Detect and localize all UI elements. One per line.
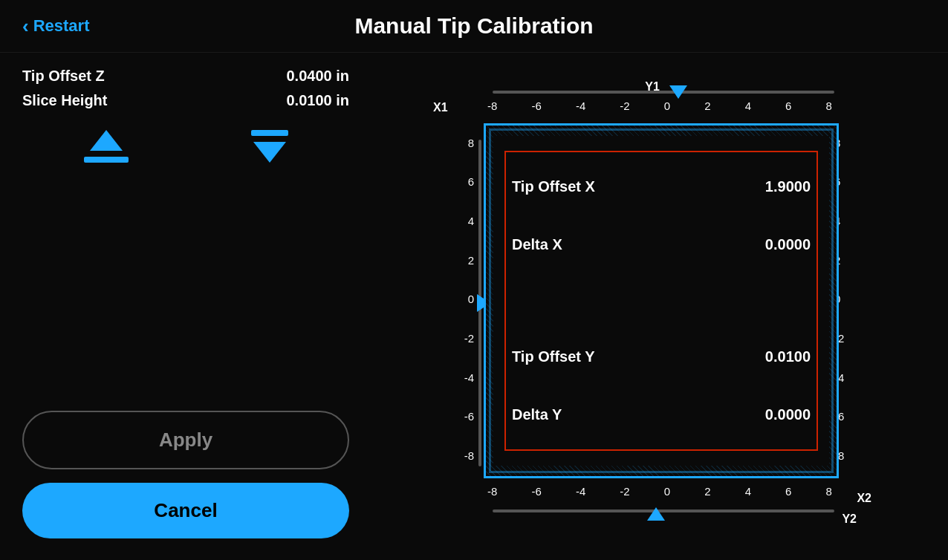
- y2-slider-thumb[interactable]: [647, 507, 665, 521]
- y2-slider[interactable]: [493, 505, 834, 517]
- tip-offset-x-value: 1.9000: [765, 178, 811, 195]
- slice-height-row: Slice Height 0.0100 in: [22, 92, 349, 109]
- tip-offset-z-up-arrow[interactable]: [90, 130, 123, 151]
- chevron-left-icon: ‹: [22, 15, 29, 38]
- restart-label: Restart: [33, 16, 90, 36]
- y1-slider-thumb[interactable]: [669, 85, 687, 99]
- delta-x-value: 0.0000: [765, 236, 811, 253]
- header: ‹ Restart Manual Tip Calibration: [0, 0, 948, 53]
- top-axis-numbers: -8 -6 -4 -2 0 2 4 6 8: [470, 100, 849, 112]
- slice-height-value: 0.0100 in: [286, 92, 349, 109]
- slice-height-label: Slice Height: [22, 92, 107, 109]
- x1-slider-track: [478, 140, 481, 466]
- left-panel: Tip Offset Z 0.0400 in Slice Height 0.01…: [0, 53, 371, 553]
- delta-y-value: 0.0000: [765, 406, 811, 423]
- main-content: Tip Offset Z 0.0400 in Slice Height 0.01…: [0, 53, 948, 553]
- tip-offset-z-row: Tip Offset Z 0.0400 in: [22, 68, 349, 85]
- right-panel: Y1 X1 X2 Y2 -8 -6 -4 -2 0 2 4 6 8 -8 -6 …: [371, 53, 948, 553]
- tip-offset-z-control: [84, 130, 129, 163]
- tip-offset-z-value: 0.0400 in: [286, 68, 349, 85]
- y2-slider-track: [493, 509, 834, 512]
- left-axis-numbers: 8 6 4 2 0 -2 -4 -6 -8: [455, 123, 474, 475]
- cancel-button[interactable]: Cancel: [22, 483, 349, 538]
- calibration-grid: Y1 X1 X2 Y2 -8 -6 -4 -2 0 2 4 6 8 -8 -6 …: [433, 80, 871, 526]
- tip-offset-z-bar: [84, 157, 129, 163]
- delta-y-row: Delta Y 0.0000: [512, 406, 811, 423]
- tip-offset-x-row: Tip Offset X 1.9000: [512, 178, 811, 195]
- apply-button[interactable]: Apply: [22, 411, 349, 469]
- bottom-axis-numbers: -8 -6 -4 -2 0 2 4 6 8: [470, 485, 849, 498]
- delta-x-label: Delta X: [512, 236, 562, 253]
- slice-height-control: [251, 130, 288, 163]
- y1-slider-track: [493, 91, 834, 94]
- arrows-row: [22, 130, 349, 163]
- tip-offset-y-row: Tip Offset Y 0.0100: [512, 348, 811, 365]
- delta-x-row: Delta X 0.0000: [512, 236, 811, 253]
- page-title: Manual Tip Calibration: [354, 13, 593, 39]
- y1-slider[interactable]: [493, 86, 834, 98]
- grid-visualization: Tip Offset X 1.9000 Delta X 0.0000 Tip O…: [484, 123, 839, 478]
- tip-offset-y-label: Tip Offset Y: [512, 348, 595, 365]
- tip-offset-z-label: Tip Offset Z: [22, 68, 105, 85]
- calibration-data-overlay: Tip Offset X 1.9000 Delta X 0.0000 Tip O…: [512, 158, 811, 443]
- slice-height-bar: [251, 130, 288, 136]
- restart-button[interactable]: ‹ Restart: [22, 15, 89, 38]
- slice-height-down-arrow[interactable]: [253, 142, 286, 163]
- axis-x2-label: X2: [857, 492, 871, 505]
- grid-inner: Tip Offset X 1.9000 Delta X 0.0000 Tip O…: [493, 136, 829, 466]
- delta-y-label: Delta Y: [512, 406, 562, 423]
- axis-x1-label: X1: [433, 101, 448, 114]
- tip-offset-x-label: Tip Offset X: [512, 178, 595, 195]
- axis-y2-label: Y2: [842, 512, 857, 526]
- tip-offset-y-value: 0.0100: [765, 348, 811, 365]
